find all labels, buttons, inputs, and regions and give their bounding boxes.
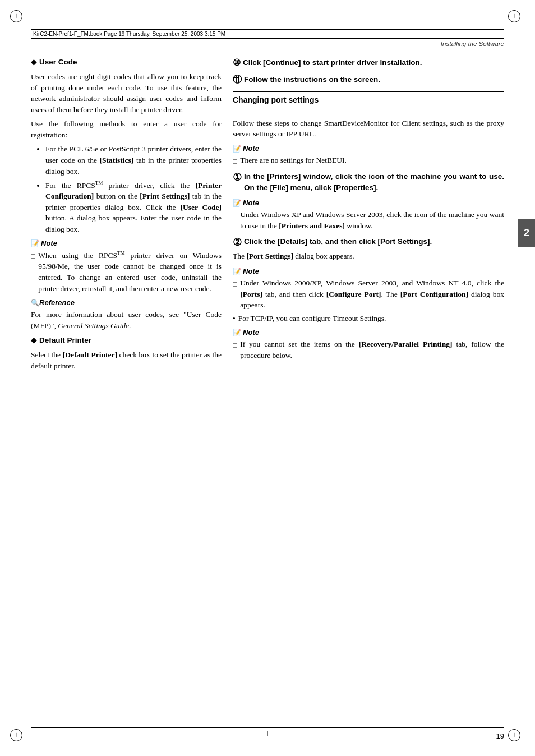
user-code-para1: User codes are eight digit codes that al… — [31, 71, 222, 115]
note-text-step1: Under Windows XP and Windows Server 2003… — [240, 209, 504, 231]
port-step-1-num: ① — [233, 171, 242, 183]
port-step-2-num: ② — [233, 236, 242, 248]
note-checkbox-port-1: □ — [233, 156, 237, 167]
note-item-step2-2: • For TCP/IP, you can configure Timeout … — [233, 313, 504, 324]
page: KirC2-EN-Pref1-F_FM.book Page 19 Thursda… — [0, 0, 535, 756]
note-icon-step2-2: 📝 — [233, 329, 241, 337]
note-text-port-1: There are no settings for NetBEUI. — [240, 155, 347, 166]
port-intro: Follow these steps to change SmartDevice… — [233, 118, 504, 140]
ref-text-1: For more information about user codes, s… — [31, 309, 222, 331]
note-checkbox-step1: □ — [233, 210, 237, 222]
corner-mark-tl — [10, 10, 27, 27]
section-tab-number: 2 — [524, 227, 529, 239]
changing-port-title: Changing port settings — [233, 95, 319, 104]
port-step-2-body: The [Port Settings] dialog box appears. — [233, 251, 504, 262]
note-item-step2-1: □ Under Windows 2000/XP, Windows Server … — [233, 278, 504, 311]
note-label-step2-1: Note — [243, 267, 259, 275]
note-checkbox-step2-3: □ — [233, 340, 237, 351]
note-icon-1: 📝 — [31, 239, 39, 248]
bottom-center-mark: + — [265, 729, 270, 740]
step-13-block: ⑪ Follow the instructions on the screen. — [233, 74, 504, 86]
step-12-block: ⑩ Click [Continue] to start printer driv… — [233, 57, 504, 68]
corner-circle-tl — [10, 10, 22, 22]
step-13-num: ⑪ — [233, 74, 242, 86]
content-area: ◆ User Code User codes are eight digit c… — [31, 46, 504, 722]
step-12-header: ⑩ Click [Continue] to start printer driv… — [233, 57, 504, 68]
diamond-bullet-default: ◆ — [31, 335, 37, 345]
section-divider — [233, 91, 504, 92]
corner-circle-bl — [10, 729, 22, 741]
note-text-step2-3: If you cannot set the items on the [Reco… — [240, 339, 504, 361]
port-step2-note1: 📝 Note □ Under Windows 2000/XP, Windows … — [233, 267, 504, 324]
default-printer-para: Select the [Default Printer] check box t… — [31, 349, 222, 371]
user-code-para2: Use the following methods to enter a use… — [31, 118, 222, 140]
user-code-bullets: For the PCL 6/5e or PostScript 3 printer… — [38, 144, 222, 234]
user-code-note: 📝 Note □ When using the RPCSTM printer d… — [31, 239, 222, 294]
bottom-rule — [31, 727, 504, 728]
bullet-pcl: For the PCL 6/5e or PostScript 3 printer… — [45, 144, 222, 177]
right-column: ⑩ Click [Continue] to start printer driv… — [233, 46, 504, 722]
corner-circle-br — [508, 729, 520, 741]
note-icon-port-1: 📝 — [233, 145, 241, 153]
port-note-1: 📝 Note □ There are no settings for NetBE… — [233, 144, 504, 167]
diamond-bullet-user-code: ◆ — [31, 57, 37, 67]
note-label-port-1: Note — [243, 144, 259, 153]
port-step-2-text: Click the [Details] tab, and then click … — [244, 236, 504, 247]
user-code-reference: 🔍 Reference For more information about u… — [31, 298, 222, 331]
left-column: ◆ User Code User codes are eight digit c… — [31, 46, 222, 722]
note-item-step1: □ Under Windows XP and Windows Server 20… — [233, 209, 504, 231]
note-icon-step1: 📝 — [233, 199, 241, 208]
port-step2-note2: 📝 Note □ If you cannot set the items on … — [233, 328, 504, 361]
step-12-num: ⑩ — [233, 57, 241, 68]
note-item-step2-3: □ If you cannot set the items on the [Re… — [233, 339, 504, 361]
port-step-1-header: ① In the [Printers] window, click the ic… — [233, 171, 504, 193]
ref-icon-1: 🔍 — [31, 299, 39, 307]
note-text-step2-1: Under Windows 2000/XP, Windows Server 20… — [240, 278, 504, 311]
user-code-title: User Code — [39, 58, 77, 66]
port-step-1-block: ① In the [Printers] window, click the ic… — [233, 171, 504, 193]
user-code-heading: ◆ User Code — [31, 57, 222, 69]
note-icon-step2-1: 📝 — [233, 268, 241, 276]
corner-mark-br — [508, 729, 525, 746]
note-text-step2-2: For TCP/IP, you can configure Timeout Se… — [238, 313, 386, 324]
page-number: 19 — [496, 732, 504, 740]
port-step-1-text: In the [Printers] window, click the icon… — [244, 171, 504, 193]
note-item-port-1: □ There are no settings for NetBEUI. — [233, 155, 504, 167]
file-info-bar: KirC2-EN-Pref1-F_FM.book Page 19 Thursda… — [31, 29, 504, 39]
ref-label-1: Reference — [39, 298, 75, 307]
note-checkbox-1: □ — [31, 251, 35, 262]
file-info-text: KirC2-EN-Pref1-F_FM.book Page 19 Thursda… — [33, 31, 225, 37]
default-printer-title: Default Printer — [39, 336, 91, 344]
corner-circle-tr — [508, 10, 520, 22]
note-text-1: When using the RPCSTM printer driver on … — [38, 250, 222, 294]
step-13-text: Follow the instructions on the screen. — [244, 74, 504, 85]
port-step1-note: 📝 Note □ Under Windows XP and Windows Se… — [233, 199, 504, 231]
note-label-1: Note — [41, 239, 57, 247]
default-printer-heading: ◆ Default Printer — [31, 335, 222, 347]
corner-mark-tr — [508, 10, 525, 27]
step-12-text: Click [Continue] to start printer driver… — [243, 57, 504, 68]
note-label-step1: Note — [243, 199, 259, 207]
bullet-rpcs: For the RPCSTM printer driver, click the… — [45, 179, 222, 234]
note-checkbox-step2-1: □ — [233, 279, 237, 290]
port-section-rule — [233, 113, 504, 113]
port-step-2-block: ② Click the [Details] tab, and then clic… — [233, 236, 504, 262]
note-item-1: □ When using the RPCSTM printer driver o… — [31, 250, 222, 294]
port-step-2-header: ② Click the [Details] tab, and then clic… — [233, 236, 504, 248]
changing-port-heading: Changing port settings — [233, 95, 504, 107]
section-tab: 2 — [518, 219, 535, 247]
corner-mark-bl — [10, 729, 27, 746]
step-13-header: ⑪ Follow the instructions on the screen. — [233, 74, 504, 86]
note-label-step2-2: Note — [243, 328, 259, 336]
